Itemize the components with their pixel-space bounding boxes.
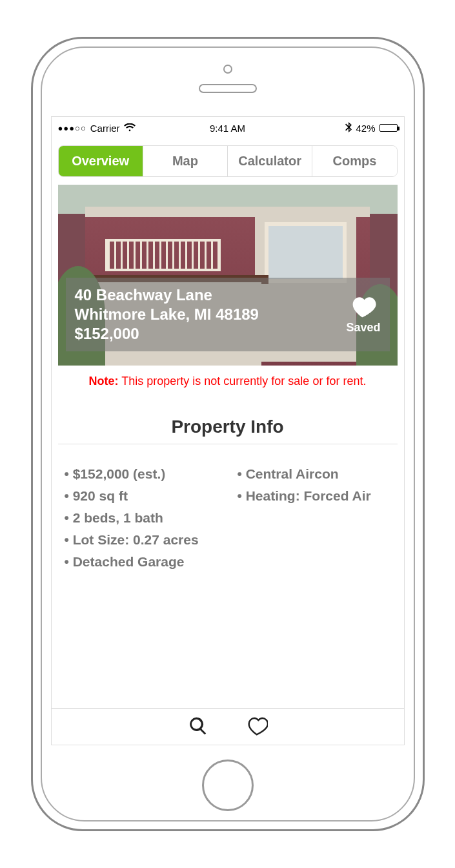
signal-dots-icon: ●●●○○	[58, 123, 86, 133]
tab-calculator[interactable]: Calculator	[228, 146, 312, 176]
list-item: Lot Size: 0.27 acres	[65, 532, 218, 548]
battery-pct: 42%	[356, 123, 375, 134]
phone-frame: ●●●○○ Carrier 9:41 AM 42% Overview Map C…	[31, 37, 425, 831]
hero-price: $152,000	[75, 324, 340, 344]
hero-overlay: 40 Beachway Lane Whitmore Lake, MI 48189…	[66, 278, 390, 351]
note-prefix: Note:	[89, 375, 119, 388]
tab-bar: Overview Map Calculator Comps	[58, 145, 398, 177]
bottom-toolbar	[52, 708, 404, 745]
property-info: $152,000 (est.) 920 sq ft 2 beds, 1 bath…	[65, 466, 391, 576]
address-line-2: Whitmore Lake, MI 48189	[75, 305, 340, 324]
listing-note: Note: This property is not currently for…	[58, 375, 398, 388]
saved-label: Saved	[346, 321, 380, 335]
saved-toggle[interactable]: Saved	[346, 295, 380, 335]
list-item: Detached Garage	[65, 554, 218, 570]
tab-map[interactable]: Map	[143, 146, 228, 176]
favorites-icon[interactable]	[247, 716, 268, 739]
screen: ●●●○○ Carrier 9:41 AM 42% Overview Map C…	[51, 116, 405, 745]
bluetooth-icon	[345, 122, 352, 134]
status-bar: ●●●○○ Carrier 9:41 AM 42%	[52, 117, 404, 139]
tab-overview[interactable]: Overview	[59, 146, 143, 176]
phone-camera	[223, 65, 232, 74]
property-info-col-1: $152,000 (est.) 920 sq ft 2 beds, 1 bath…	[65, 466, 218, 576]
hero-text: 40 Beachway Lane Whitmore Lake, MI 48189…	[75, 285, 340, 344]
list-item: $152,000 (est.)	[65, 466, 218, 482]
carrier-label: Carrier	[90, 123, 120, 134]
heart-icon	[346, 295, 380, 318]
address-line-1: 40 Beachway Lane	[75, 285, 340, 305]
battery-icon	[379, 124, 398, 132]
list-item: Heating: Forced Air	[238, 488, 391, 504]
property-info-col-2: Central Aircon Heating: Forced Air	[238, 466, 391, 576]
section-title-property-info: Property Info	[58, 417, 398, 444]
note-text: This property is not currently for sale …	[121, 375, 366, 388]
tab-comps[interactable]: Comps	[312, 146, 396, 176]
list-item: 2 beds, 1 bath	[65, 510, 218, 526]
property-photo: 40 Beachway Lane Whitmore Lake, MI 48189…	[58, 185, 398, 366]
search-icon[interactable]	[188, 716, 208, 739]
phone-speaker	[199, 84, 257, 93]
wifi-icon	[124, 123, 136, 134]
list-item: 920 sq ft	[65, 488, 218, 504]
clock: 9:41 AM	[210, 123, 245, 134]
list-item: Central Aircon	[238, 466, 391, 482]
home-button[interactable]	[202, 760, 254, 811]
